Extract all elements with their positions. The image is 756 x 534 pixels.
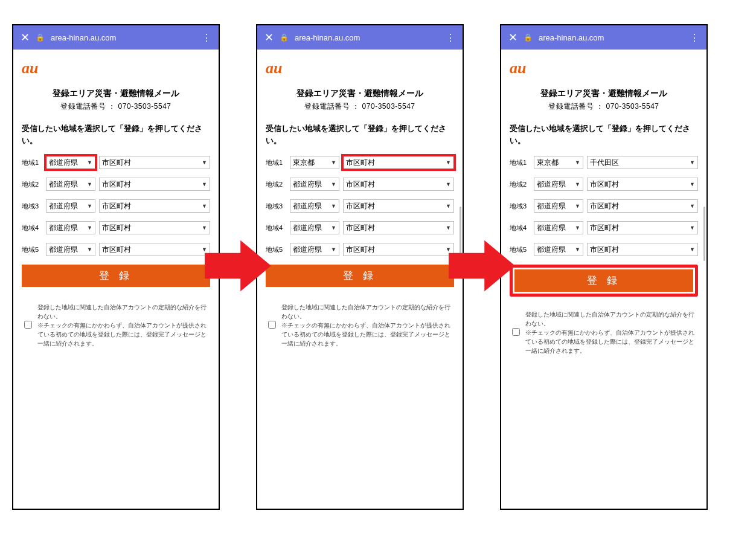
svg-marker-0: [205, 240, 271, 292]
city-select-value: 千代田区: [590, 158, 619, 168]
service-title: 登録エリア災害・避難情報メール: [22, 88, 210, 99]
opt-out-line1: 登録した地域に関連した自治体アカウントの定期的な紹介を行わない。: [525, 310, 698, 328]
prefecture-select-value: 都道府県: [537, 245, 566, 255]
city-select[interactable]: 市区町村▼: [343, 243, 454, 256]
dropdown-caret-icon: ▼: [575, 203, 580, 209]
register-button[interactable]: 登 録: [514, 269, 693, 292]
city-select[interactable]: 市区町村▼: [99, 243, 210, 256]
prefecture-select[interactable]: 都道府県▼: [46, 178, 95, 191]
city-select-value: 市区町村: [102, 223, 131, 233]
phone-mockup: ✕🔒area-hinan.au.com⋮au登録エリア災害・避難情報メール登録電…: [12, 24, 220, 510]
opt-out-checkbox[interactable]: [24, 303, 32, 346]
city-select[interactable]: 市区町村▼: [99, 178, 210, 191]
region-row-3: 地域3都道府県▼市区町村▼: [266, 199, 454, 213]
instruction-text: 受信したい地域を選択して「登録」を押してください。: [22, 123, 210, 146]
prefecture-select[interactable]: 都道府県▼: [290, 199, 339, 213]
prefecture-select-value: 都道府県: [293, 245, 322, 255]
opt-out-text: 登録した地域に関連した自治体アカウントの定期的な紹介を行わない。※チェックの有無…: [525, 310, 698, 355]
city-select[interactable]: 市区町村▼: [99, 221, 210, 234]
step-arrow-icon: [449, 24, 515, 507]
step-arrow-icon: [205, 24, 271, 507]
scrollbar[interactable]: [703, 207, 705, 261]
prefecture-select[interactable]: 東京都▼: [534, 156, 583, 169]
city-select-value: 市区町村: [590, 245, 619, 255]
opt-out-text: 登録した地域に関連した自治体アカウントの定期的な紹介を行わない。※チェックの有無…: [281, 303, 454, 348]
registered-phone: 登録電話番号 ： 070-3503-5547: [510, 101, 698, 112]
city-select-value: 市区町村: [346, 201, 375, 211]
city-select[interactable]: 市区町村▼: [343, 221, 454, 234]
city-select[interactable]: 市区町村▼: [587, 221, 698, 234]
region-row-2: 地域2都道府県▼市区町村▼: [22, 178, 210, 191]
phone-mockup: ✕🔒area-hinan.au.com⋮au登録エリア災害・避難情報メール登録電…: [500, 24, 708, 510]
dropdown-caret-icon: ▼: [575, 246, 580, 253]
prefecture-select[interactable]: 都道府県▼: [290, 178, 339, 191]
prefecture-select-value: 都道府県: [537, 223, 566, 233]
dropdown-caret-icon: ▼: [87, 181, 92, 187]
city-select[interactable]: 市区町村▼: [587, 199, 698, 213]
register-button[interactable]: 登 録: [22, 265, 210, 287]
opt-out-note: ※チェックの有無にかかわらず、自治体アカウントが提供されている初めての地域を登録…: [37, 321, 210, 348]
city-select-value: 市区町村: [346, 158, 375, 168]
opt-out-text: 登録した地域に関連した自治体アカウントの定期的な紹介を行わない。※チェックの有無…: [37, 303, 210, 348]
prefecture-select-value: 都道府県: [293, 201, 322, 211]
dropdown-caret-icon: ▼: [87, 159, 92, 166]
city-select[interactable]: 市区町村▼: [343, 199, 454, 213]
dropdown-caret-icon: ▼: [331, 181, 336, 187]
registered-phone: 登録電話番号 ： 070-3503-5547: [266, 101, 454, 112]
prefecture-select-value: 都道府県: [49, 201, 78, 211]
au-logo: au: [266, 59, 454, 77]
city-select-value: 市区町村: [346, 179, 375, 190]
city-select[interactable]: 市区町村▼: [343, 178, 454, 191]
service-title: 登録エリア災害・避難情報メール: [266, 88, 454, 99]
dropdown-caret-icon: ▼: [690, 225, 695, 231]
city-select[interactable]: 千代田区▼: [587, 156, 698, 169]
region-label: 地域2: [22, 180, 42, 189]
city-select[interactable]: 市区町村▼: [587, 243, 698, 256]
instruction-text: 受信したい地域を選択して「登録」を押してください。: [510, 123, 698, 146]
registered-phone: 登録電話番号 ： 070-3503-5547: [22, 101, 210, 112]
region-row-4: 地域4都道府県▼市区町村▼: [266, 221, 454, 234]
prefecture-select[interactable]: 都道府県▼: [534, 221, 583, 234]
dropdown-caret-icon: ▼: [690, 159, 695, 166]
lock-icon: 🔒: [36, 33, 45, 42]
prefecture-select[interactable]: 都道府県▼: [46, 243, 95, 256]
prefecture-select[interactable]: 都道府県▼: [534, 243, 583, 256]
page-url: area-hinan.au.com: [295, 33, 440, 42]
prefecture-select[interactable]: 都道府県▼: [534, 199, 583, 213]
prefecture-select[interactable]: 都道府県▼: [46, 156, 95, 169]
city-select-value: 市区町村: [102, 179, 131, 190]
service-title: 登録エリア災害・避難情報メール: [510, 88, 698, 99]
prefecture-select[interactable]: 都道府県▼: [534, 178, 583, 191]
prefecture-select[interactable]: 都道府県▼: [290, 221, 339, 234]
city-select-value: 市区町村: [590, 223, 619, 233]
region-row-1: 地域1東京都▼市区町村▼: [266, 156, 454, 169]
city-select[interactable]: 市区町村▼: [99, 156, 210, 169]
prefecture-select-value: 都道府県: [537, 201, 566, 211]
prefecture-select[interactable]: 都道府県▼: [46, 221, 95, 234]
menu-icon[interactable]: ⋮: [690, 32, 699, 43]
opt-out-note: ※チェックの有無にかかわらず、自治体アカウントが提供されている初めての地域を登録…: [281, 321, 454, 348]
close-icon[interactable]: ✕: [21, 31, 30, 44]
opt-out-block: 登録した地域に関連した自治体アカウントの定期的な紹介を行わない。※チェックの有無…: [266, 303, 454, 348]
prefecture-select-value: 都道府県: [293, 223, 322, 233]
prefecture-select[interactable]: 都道府県▼: [290, 243, 339, 256]
prefecture-select[interactable]: 東京都▼: [290, 156, 339, 169]
svg-marker-1: [449, 240, 515, 292]
page-url: area-hinan.au.com: [539, 33, 684, 42]
register-button[interactable]: 登 録: [266, 265, 454, 287]
prefecture-select-value: 都道府県: [49, 158, 78, 168]
city-select[interactable]: 市区町村▼: [587, 178, 698, 191]
city-select[interactable]: 市区町村▼: [99, 199, 210, 213]
city-select-value: 市区町村: [102, 201, 131, 211]
opt-out-line1: 登録した地域に関連した自治体アカウントの定期的な紹介を行わない。: [37, 303, 210, 321]
prefecture-select[interactable]: 都道府県▼: [46, 199, 95, 213]
city-select[interactable]: 市区町村▼: [343, 156, 454, 169]
dropdown-caret-icon: ▼: [331, 203, 336, 209]
city-select-value: 市区町村: [590, 201, 619, 211]
city-select-value: 市区町村: [102, 245, 131, 255]
browser-bar: ✕🔒area-hinan.au.com⋮: [13, 25, 219, 50]
dropdown-caret-icon: ▼: [87, 225, 92, 231]
dropdown-caret-icon: ▼: [331, 225, 336, 231]
region-row-2: 地域2都道府県▼市区町村▼: [266, 178, 454, 191]
prefecture-select-value: 都道府県: [49, 245, 78, 255]
